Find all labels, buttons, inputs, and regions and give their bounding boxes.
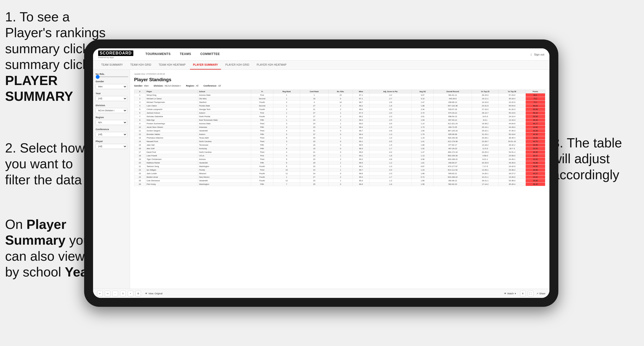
cell-3-4: 1 xyxy=(273,104,300,108)
table-row[interactable]: 2Michael Le SassoOle MissSecond118067.1-… xyxy=(134,97,545,101)
sub-nav-player-h2h-grid[interactable]: PLAYER H2H GRID xyxy=(222,61,252,70)
cell-7-9: 1.93 xyxy=(412,118,434,122)
cell-3-3: Second xyxy=(251,104,273,108)
toolbar-settings[interactable]: ⚙ xyxy=(135,291,141,296)
cell-22-3: Fourth xyxy=(251,172,273,175)
cell-14-5: 18 xyxy=(300,143,329,147)
table-row[interactable]: 7Nicholas GabrielcikNorth FloridaFourth1… xyxy=(134,115,545,118)
cell-21-7: 68.7 xyxy=(353,168,369,172)
cell-12-5: 30 xyxy=(300,136,329,140)
toolbar-view[interactable]: 👁 View: Original xyxy=(145,292,162,295)
toolbar-add[interactable]: + xyxy=(128,291,133,296)
cell-14-6: 0 xyxy=(328,143,353,147)
toolbar-redo[interactable]: ↪ xyxy=(105,291,110,296)
table-row[interactable]: 13Phichakun MaichonTexas A&MThird630169.… xyxy=(134,136,545,140)
table-row[interactable]: 25Cole SherwoodVanderbiltFourth1223169.3… xyxy=(134,179,545,183)
cell-15-1: Alex Goff xyxy=(146,147,198,150)
cell-1-7: 67.1 xyxy=(353,97,369,101)
cell-19-6: 1 xyxy=(328,161,353,165)
table-row[interactable]: 3Michael ThorbjornsenStanfordFourth24146… xyxy=(134,101,545,104)
table-row[interactable]: 6Jackson KoivunAuburnFirst127167.3-2.02.… xyxy=(134,111,545,115)
toolbar-share[interactable]: ↗ Share xyxy=(536,292,545,295)
table-row[interactable]: 20Matthew RiedelVanderbiltFifth629168.5-… xyxy=(134,161,545,165)
nav-tab-tournaments[interactable]: TOURNAMENTS xyxy=(141,48,175,60)
cell-7-11: 8-6-1 xyxy=(472,118,498,122)
cell-19-4: 6 xyxy=(273,161,300,165)
toolbar-download[interactable]: ⬇ xyxy=(520,291,526,296)
table-row[interactable]: 16Alex GoffKentuckyFifth819068.3-1.71.92… xyxy=(134,147,545,150)
table-row[interactable]: 18Luke PowellUCLAFirst424169.1-1.81.1350… xyxy=(134,154,545,158)
cell-21-6: 1 xyxy=(328,168,353,172)
table-row[interactable]: 19Tiger ChristensenArizonaThird523269.2-… xyxy=(134,158,545,161)
bottom-toolbar: ↩ ↪ ← ⎘ + ⚙ 👁 View: Original 👁 Watch ▾ ⬇… xyxy=(93,289,549,298)
toolbar-fullscreen[interactable]: ⛶ xyxy=(528,291,533,296)
table-row[interactable]: 1Wenyi DingArizona StateFirst111567.1-3.… xyxy=(134,93,545,97)
sub-nav-team-summary[interactable]: TEAM SUMMARY xyxy=(98,61,126,70)
cell-6-2: North Florida xyxy=(198,115,251,118)
cell-10-9: 1.50 xyxy=(412,129,434,133)
table-row[interactable]: 15Jake HallTennesseeFifth718068.5-1.51.6… xyxy=(134,143,545,147)
sub-nav-team-h2h-grid[interactable]: TEAM H2H GRID xyxy=(127,61,154,70)
sub-nav-team-h2h-heatmap[interactable]: TEAM H2H HEATMAP xyxy=(156,61,189,70)
table-row[interactable]: 9Preston SummerhaysArizona StateThird324… xyxy=(134,122,545,126)
col-conf-rank: Conf Rank xyxy=(300,90,329,93)
toolbar-watch[interactable]: 👁 Watch ▾ xyxy=(504,292,516,295)
toolbar-copy[interactable]: ⎘ xyxy=(120,291,126,296)
cell-25-10: 562-82-23 xyxy=(434,183,472,186)
cell-17-10: 500-155-30 xyxy=(434,154,472,158)
sub-nav-player-h2h-heatmap[interactable]: PLAYER H2H HEATMAP xyxy=(254,61,290,70)
table-row[interactable]: 4Luke ClatonFlorida StateSecond127268.2-… xyxy=(134,104,545,108)
cell-1-1: Michael Le Sasso xyxy=(146,97,198,101)
step2-line1: 2. Select how you want to xyxy=(5,141,85,171)
nav-tab-committee[interactable]: COMMITTEE xyxy=(196,48,225,60)
cell-10-5: 21 xyxy=(300,129,329,133)
region-select[interactable]: N/A All xyxy=(96,120,127,125)
gender-select[interactable]: Men Women xyxy=(96,84,127,89)
conference-select[interactable]: (All) xyxy=(96,132,127,137)
cell-22-4: 11 xyxy=(273,172,300,175)
table-row[interactable]: 14Maxwell FordNorth CarolinaThird323069.… xyxy=(134,140,545,143)
cell-0-13: 88.2 xyxy=(525,93,545,97)
cell-3-7: 68.2 xyxy=(353,104,369,108)
cell-17-13: 38.47 xyxy=(525,154,545,158)
cell-21-9: 1.43 xyxy=(412,168,434,172)
cell-22-11: 14-20-1 xyxy=(472,172,498,175)
cell-21-3: Third xyxy=(251,168,273,172)
cell-21-4: 10 xyxy=(273,168,300,172)
cell-13-2: North Carolina xyxy=(198,140,251,143)
cell-7-2: East Tennessee State xyxy=(198,118,251,122)
cell-12-9: 1.15 xyxy=(412,136,434,140)
table-row[interactable]: 26Petr HrubyWashingtonFifth725068.6-1.81… xyxy=(134,183,545,186)
table-row[interactable]: 22Ian GilliganFloridaThird1024168.7-0.91… xyxy=(134,168,545,172)
table-row[interactable]: 5Christo LamprechtGeorgia TechFourth2212… xyxy=(134,108,545,111)
cell-11-0: 12 xyxy=(134,133,146,136)
sub-nav-player-summary[interactable]: PLAYER SUMMARY xyxy=(190,61,221,70)
cell-9-0: 10 xyxy=(134,126,146,129)
cell-23-5: 27 xyxy=(300,175,329,179)
filter-conference: Conference: All xyxy=(203,85,221,87)
table-row[interactable]: 8Mats EgeEast Tennessee StateFifth124268… xyxy=(134,118,545,122)
table-row[interactable]: 17David FordNorth CarolinaThird421069.0-… xyxy=(134,150,545,154)
table-row[interactable]: 21Taehoon SongWashingtonFourth523169.1-1… xyxy=(134,165,545,168)
division-select[interactable]: NCAA Division I NCAA Division II NCAA Di… xyxy=(96,108,127,113)
table-row[interactable]: 12Brendan ValdesAuburnFifth537068.4-1.31… xyxy=(134,133,545,136)
table-row[interactable]: 24Bastien AmatNew MexicoFourth127269.4-1… xyxy=(134,175,545,179)
toolbar-back[interactable]: ← xyxy=(112,291,118,296)
year-select[interactable]: (All) First Second Third Fourth Fifth xyxy=(96,96,127,101)
toolbar-undo[interactable]: ↩ xyxy=(97,291,103,296)
player-select[interactable]: (All) xyxy=(96,144,127,149)
sign-out-link[interactable]: Sign out xyxy=(534,53,544,56)
conference-label: Conference xyxy=(96,128,127,131)
table-row[interactable]: 11Gordon SargentVanderbiltThird421068.7-… xyxy=(134,129,545,133)
table-row[interactable]: 23Jack LundinMissouriFourth1124068.6-2.3… xyxy=(134,172,545,175)
cell-7-8: -2.5 xyxy=(369,118,411,122)
cell-3-5: 27 xyxy=(300,104,329,108)
table-row[interactable]: 10Jacob Skov OlesenArkansasFifth323068.4… xyxy=(134,126,545,129)
no-rds-slider[interactable] xyxy=(96,76,128,77)
nav-tab-teams[interactable]: TEAMS xyxy=(175,48,196,60)
cell-13-6: 0 xyxy=(328,140,353,143)
cell-3-1: Luke Claton xyxy=(146,104,198,108)
cell-25-0: 26 xyxy=(134,183,146,186)
cell-12-1: Phichakun Maichon xyxy=(146,136,198,140)
cell-18-4: 5 xyxy=(273,158,300,161)
